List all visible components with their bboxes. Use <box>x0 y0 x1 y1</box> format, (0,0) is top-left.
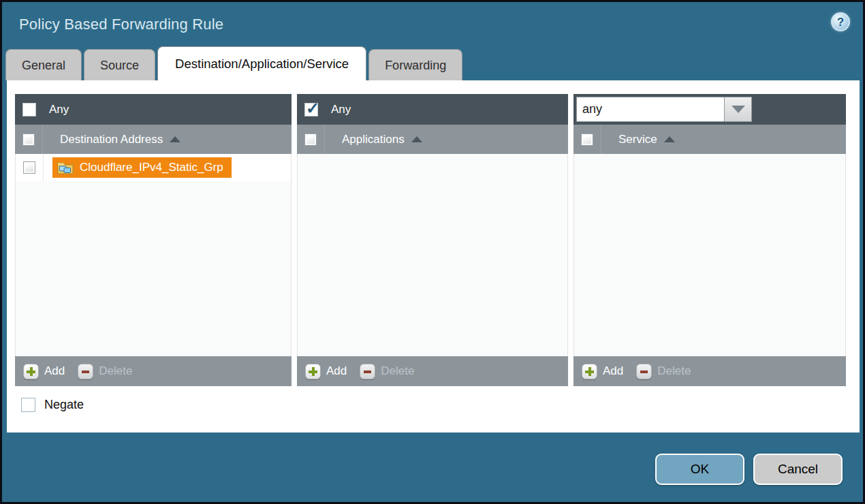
applications-any-bar: Any <box>297 94 568 125</box>
add-plus-icon <box>305 364 321 379</box>
negate-checkbox[interactable] <box>21 398 35 412</box>
destination-footer: Add Delete <box>15 356 292 386</box>
service-column-header: Service <box>573 125 846 154</box>
destination-column-header: Destination Address <box>15 125 292 154</box>
add-plus-icon <box>23 364 39 379</box>
delete-minus-icon <box>78 364 93 379</box>
row-checkbox[interactable] <box>23 161 35 174</box>
sort-ascending-icon[interactable] <box>411 136 422 142</box>
destination-selectall-checkbox[interactable] <box>22 133 35 146</box>
service-selectall-checkbox[interactable] <box>581 133 593 146</box>
applications-footer: Add Delete <box>297 356 568 386</box>
service-dropdown[interactable]: any <box>576 97 752 122</box>
add-label: Add <box>326 364 347 378</box>
cancel-button[interactable]: Cancel <box>753 454 843 485</box>
tab-content-panel: Any Destination Address <box>7 80 860 432</box>
add-plus-icon <box>582 364 597 379</box>
applications-selectall-cell <box>297 125 325 154</box>
sort-ascending-icon[interactable] <box>664 136 675 142</box>
destination-any-label: Any <box>49 103 69 116</box>
delete-minus-icon <box>360 364 375 379</box>
service-selectall-cell <box>573 125 601 154</box>
service-dropdown-value: any <box>576 97 725 122</box>
destination-any-bar: Any <box>15 94 292 125</box>
destination-header-label[interactable]: Destination Address <box>60 133 163 146</box>
delete-minus-icon <box>636 364 652 379</box>
applications-add-button[interactable]: Add <box>305 364 347 379</box>
dialog-actions: OK Cancel <box>655 454 843 485</box>
applications-any-label: Any <box>331 103 351 116</box>
applications-column-header: Applications <box>297 125 568 154</box>
address-group-label: Cloudflare_IPv4_Static_Grp <box>80 161 223 174</box>
tab-bar: General Source Destination/Application/S… <box>2 46 863 80</box>
applications-any-checkbox[interactable] <box>304 103 318 116</box>
address-group-icon <box>57 161 74 174</box>
sort-ascending-icon[interactable] <box>170 136 180 142</box>
delete-label: Delete <box>99 364 132 378</box>
add-label: Add <box>603 364 623 378</box>
service-column: any Service Add <box>573 94 846 386</box>
pbf-rule-dialog: { "dialog": { "title": "Policy Based For… <box>0 0 865 504</box>
delete-label: Delete <box>381 364 414 378</box>
applications-list <box>297 154 568 356</box>
help-icon[interactable]: ? <box>831 12 850 31</box>
service-dropdown-button[interactable] <box>725 97 752 122</box>
ok-button[interactable]: OK <box>655 454 744 485</box>
help-glyph: ? <box>837 16 844 28</box>
tab-forwarding[interactable]: Forwarding <box>368 49 462 80</box>
applications-selectall-checkbox[interactable] <box>304 133 317 146</box>
delete-label: Delete <box>657 364 691 378</box>
destination-add-button[interactable]: Add <box>23 364 65 379</box>
service-header-label[interactable]: Service <box>618 133 657 146</box>
service-dropdown-bar: any <box>573 94 846 125</box>
destination-any-checkbox[interactable] <box>22 103 36 116</box>
applications-column: Any Applications Add Delete <box>297 94 568 386</box>
service-footer: Add Delete <box>573 356 846 386</box>
tab-general[interactable]: General <box>5 49 82 80</box>
applications-header-label[interactable]: Applications <box>342 133 405 146</box>
service-delete-button[interactable]: Delete <box>636 364 691 379</box>
address-group-item[interactable]: Cloudflare_IPv4_Static_Grp <box>52 157 232 178</box>
destination-selectall-cell <box>15 125 43 154</box>
negate-row: Negate <box>21 398 860 412</box>
destination-delete-button[interactable]: Delete <box>78 364 132 379</box>
applications-delete-button[interactable]: Delete <box>360 364 414 379</box>
destination-column: Any Destination Address <box>15 94 292 386</box>
dialog-title: Policy Based Forwarding Rule <box>19 16 223 33</box>
negate-label: Negate <box>44 398 84 412</box>
columns-row: Any Destination Address <box>15 94 860 386</box>
service-add-button[interactable]: Add <box>582 364 623 379</box>
tab-destination-application-service[interactable]: Destination/Application/Service <box>157 46 366 80</box>
row-checkbox-cell <box>16 154 44 181</box>
dialog-titlebar: Policy Based Forwarding Rule <box>2 2 863 46</box>
service-list <box>573 154 846 356</box>
add-label: Add <box>44 364 65 378</box>
destination-list: Cloudflare_IPv4_Static_Grp <box>15 154 292 356</box>
chevron-down-icon <box>732 106 745 113</box>
table-row: Cloudflare_IPv4_Static_Grp <box>16 154 291 181</box>
tab-source[interactable]: Source <box>84 49 155 80</box>
